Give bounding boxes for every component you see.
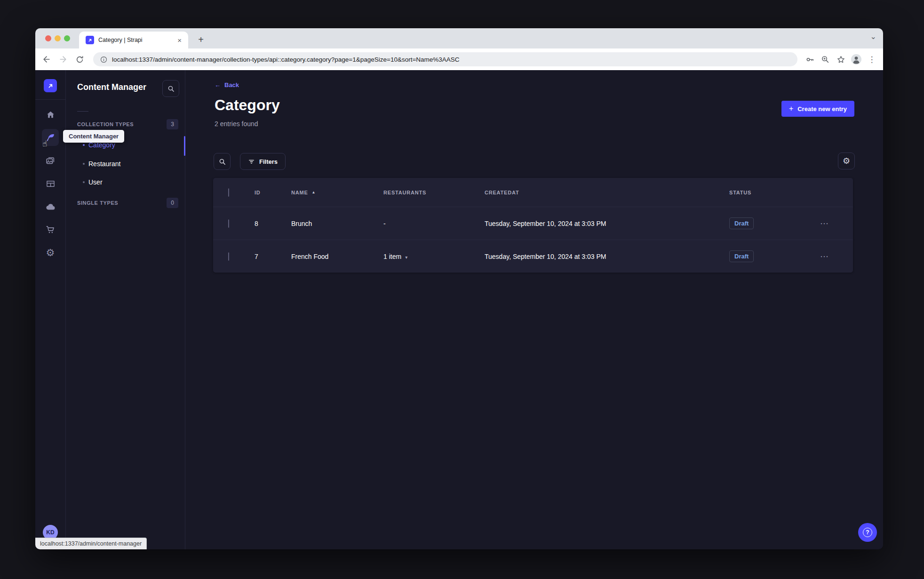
bullet-icon (83, 181, 85, 183)
nav-settings[interactable]: ⚙ (42, 244, 59, 261)
tab-title: Category | Strapi (98, 37, 175, 43)
status-badge: Draft (729, 217, 754, 229)
column-header-id[interactable]: ID (245, 190, 282, 195)
column-header-createdat[interactable]: CREATEDAT (475, 190, 720, 195)
close-window-button[interactable] (45, 35, 51, 41)
content-manager-panel: Content Manager COLLECTION TYPES 3 Categ… (66, 70, 185, 549)
panel-divider (77, 111, 88, 112)
cell-restaurants: - (374, 220, 475, 227)
minimize-window-button[interactable] (55, 35, 61, 41)
row-actions-button[interactable]: ⋯ (812, 251, 829, 262)
filters-button[interactable]: Filters (240, 153, 286, 170)
nav-content-type-builder[interactable] (42, 175, 59, 192)
bullet-icon (83, 163, 85, 165)
main-content: ← Back Category 2 entries found + Create… (185, 70, 883, 549)
bookmark-star-icon[interactable] (835, 54, 846, 65)
tab-strip: Category | Strapi × + ⌄ (35, 28, 883, 48)
entries-table: ID NAME ▲ RESTAURANTS CREATEDAT STATUS 8… (213, 178, 853, 273)
column-header-name[interactable]: NAME ▲ (282, 190, 374, 195)
toolbar-actions: ⋮ (804, 54, 877, 65)
nav-rail: ☝ (35, 70, 66, 549)
nav-deploy-cloud[interactable] (42, 198, 59, 215)
profile-avatar[interactable] (851, 54, 862, 65)
table-row[interactable]: 8 Brunch - Tuesday, September 10, 2024 a… (213, 207, 853, 240)
collection-types-count-badge: 3 (167, 119, 178, 129)
content-manager-tooltip: Content Manager (63, 130, 124, 143)
search-icon (218, 158, 226, 166)
sidebar-item-restaurant[interactable]: Restaurant (66, 154, 185, 173)
strapi-logo[interactable] (44, 79, 57, 92)
mouse-cursor-hand: ☝ (42, 139, 47, 148)
section-label: SINGLE TYPES (77, 200, 118, 206)
bullet-icon (83, 144, 85, 146)
single-types-header: SINGLE TYPES 0 (77, 198, 178, 208)
cell-name: Brunch (282, 220, 374, 227)
new-tab-button[interactable]: + (194, 33, 207, 46)
reload-icon[interactable] (74, 54, 85, 65)
table-row[interactable]: 7 French Food 1 item▾ Tuesday, September… (213, 240, 853, 273)
collection-types-header: COLLECTION TYPES 3 (77, 119, 178, 129)
create-new-entry-button[interactable]: + Create new entry (781, 101, 854, 117)
browser-toolbar: localhost:1337/admin/content-manager/col… (35, 48, 883, 70)
search-icon (167, 85, 175, 93)
cloud-icon (45, 201, 56, 212)
strapi-app: ☝ (35, 70, 883, 549)
status-badge: Draft (729, 250, 754, 262)
cell-name: French Food (282, 253, 374, 260)
table-header-row: ID NAME ▲ RESTAURANTS CREATEDAT STATUS (213, 178, 853, 207)
nav-home[interactable] (42, 106, 59, 123)
section-label: COLLECTION TYPES (77, 121, 134, 127)
page-title: Category (215, 96, 280, 114)
sidebar-item-user[interactable]: User (66, 173, 185, 192)
traffic-lights (45, 35, 70, 41)
browser-tab[interactable]: Category | Strapi × (79, 32, 188, 48)
panel-title: Content Manager (77, 82, 146, 92)
cell-createdat: Tuesday, September 10, 2024 at 3:03 PM (475, 253, 720, 260)
help-button[interactable]: ? (858, 523, 877, 542)
question-mark-icon: ? (863, 528, 872, 537)
nav-media-library[interactable] (42, 152, 59, 169)
single-types-count-badge: 0 (167, 198, 178, 208)
view-settings-button[interactable]: ⚙ (838, 153, 855, 169)
url-text[interactable]: localhost:1337/admin/content-manager/col… (112, 56, 460, 63)
link-status-bar: localhost:1337/admin/content-manager (35, 538, 147, 549)
back-icon[interactable] (41, 54, 52, 65)
forward-icon[interactable] (57, 54, 69, 65)
maximize-window-button[interactable] (64, 35, 70, 41)
filter-icon (248, 158, 255, 165)
password-key-icon[interactable] (804, 54, 815, 65)
cell-createdat: Tuesday, September 10, 2024 at 3:03 PM (475, 220, 720, 227)
browser-window: Category | Strapi × + ⌄ localhost:1337/a… (35, 28, 883, 549)
tab-close-icon[interactable]: × (175, 36, 183, 44)
row-checkbox[interactable] (228, 252, 229, 261)
zoom-magnifier-icon[interactable] (820, 54, 831, 65)
table-search-button[interactable] (214, 153, 231, 170)
page-info-icon[interactable] (100, 56, 108, 64)
gear-icon: ⚙ (843, 157, 850, 165)
nav-content-manager[interactable]: ☝ (42, 129, 59, 146)
home-icon (46, 110, 56, 120)
back-link[interactable]: ← Back (215, 81, 239, 88)
sort-asc-icon: ▲ (312, 190, 316, 194)
browser-menu-icon[interactable]: ⋮ (866, 54, 877, 65)
panel-search-button[interactable] (162, 80, 179, 97)
rail-divider (35, 99, 65, 100)
entries-count: 2 entries found (215, 120, 258, 128)
nav-marketplace[interactable] (42, 221, 59, 238)
row-actions-button[interactable]: ⋯ (812, 218, 829, 229)
row-checkbox[interactable] (228, 219, 229, 228)
column-header-status[interactable]: STATUS (720, 190, 812, 195)
strapi-favicon-icon (86, 36, 94, 44)
back-arrow-icon: ← (215, 81, 221, 88)
tab-search-chevron-icon[interactable]: ⌄ (870, 32, 876, 41)
url-bar[interactable]: localhost:1337/admin/content-manager/col… (93, 52, 797, 66)
cell-id: 7 (245, 253, 282, 260)
caret-down-icon: ▾ (405, 255, 407, 260)
cell-id: 8 (245, 220, 282, 227)
gear-icon: ⚙ (46, 248, 55, 258)
cart-icon (45, 225, 56, 235)
column-header-restaurants[interactable]: RESTAURANTS (374, 190, 475, 195)
media-images-icon (45, 155, 56, 166)
cell-restaurants[interactable]: 1 item▾ (374, 253, 475, 260)
select-all-checkbox[interactable] (228, 188, 229, 197)
